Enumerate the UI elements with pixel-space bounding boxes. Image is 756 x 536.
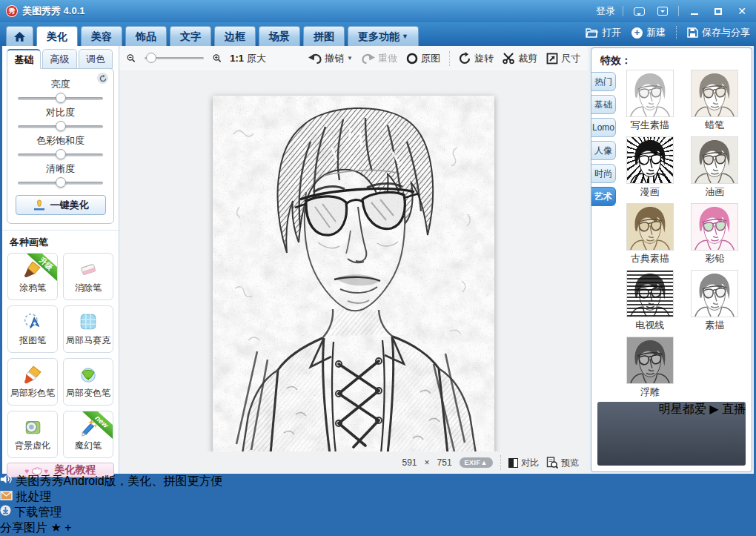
- eraser-pen-button[interactable]: 消除笔: [63, 253, 113, 300]
- category-portrait[interactable]: 人像: [591, 141, 616, 160]
- close-button[interactable]: ✕: [734, 4, 750, 18]
- local-color-pen-button[interactable]: 局部彩色笔: [7, 358, 58, 406]
- crop-button[interactable]: 裁剪: [503, 52, 537, 65]
- minimize-button[interactable]: [686, 4, 703, 18]
- compare-button[interactable]: 对比: [508, 457, 539, 469]
- adjust-box: 亮度 对比度 色彩饱和度 清晰度 一键美化: [7, 68, 114, 224]
- resize-button[interactable]: 尺寸: [546, 52, 580, 65]
- ad-text-2: 直播: [722, 403, 746, 415]
- redo-button[interactable]: 重做: [362, 52, 397, 65]
- tab-basic-adjust[interactable]: 基础: [7, 49, 41, 69]
- login-link[interactable]: 登录: [596, 4, 615, 18]
- tab-collage[interactable]: 拼图: [303, 26, 345, 46]
- reset-button[interactable]: [97, 73, 108, 84]
- share-images-button[interactable]: 分享图片: [0, 521, 47, 534]
- mosaic-icon: [79, 312, 98, 331]
- qzone-icon[interactable]: ★: [50, 521, 61, 534]
- saturation-slider[interactable]: [18, 153, 103, 156]
- magic-pen-button[interactable]: new 魔幻笔: [63, 411, 113, 458]
- effect-emboss[interactable]: 浮雕: [627, 337, 673, 399]
- contrast-slider[interactable]: [18, 125, 103, 128]
- zoom-slider-thumb[interactable]: [146, 53, 156, 63]
- skin-menu-button[interactable]: [654, 4, 671, 18]
- local-recolor-pen-button[interactable]: 局部变色笔: [63, 358, 113, 406]
- new-button[interactable]: + 新建: [631, 26, 666, 39]
- rotate-icon: [459, 52, 471, 64]
- preview-button[interactable]: 预览: [546, 457, 579, 469]
- preview-icon: [546, 457, 558, 469]
- save-share-button[interactable]: 保存与分享: [687, 26, 750, 39]
- open-button[interactable]: 打开: [586, 26, 621, 39]
- category-hot[interactable]: 热门: [591, 72, 616, 91]
- maximize-button[interactable]: [710, 4, 726, 18]
- separator: [676, 26, 677, 39]
- category-art[interactable]: 艺术: [591, 187, 616, 206]
- show-original-button[interactable]: 原图: [406, 52, 440, 65]
- sharpness-label: 清晰度: [7, 162, 113, 176]
- category-basic[interactable]: 基础: [591, 95, 616, 114]
- exif-badge[interactable]: EXIF▲: [460, 457, 493, 468]
- rotate-button[interactable]: 旋转: [459, 52, 494, 65]
- category-lomo[interactable]: Lomo: [591, 118, 616, 137]
- tab-home[interactable]: [6, 26, 33, 46]
- cutout-pen-button[interactable]: 抠图笔: [7, 305, 58, 353]
- download-manager-button[interactable]: 下载管理: [0, 505, 756, 520]
- effect-thumb: [627, 204, 673, 250]
- separator: [500, 455, 501, 470]
- zoom-in-icon[interactable]: [213, 52, 222, 64]
- sharpness-slider[interactable]: [18, 182, 103, 185]
- tab-cosmetology[interactable]: 美容: [81, 26, 122, 46]
- effect-sketch-drawing[interactable]: 写生素描: [627, 70, 673, 132]
- effect-sketch[interactable]: 素描: [692, 271, 737, 332]
- tab-beautify[interactable]: 美化: [36, 26, 78, 46]
- brightness-slider[interactable]: [18, 97, 103, 100]
- app-title: 美图秀秀 4.0.1: [22, 4, 85, 18]
- slider-thumb[interactable]: [56, 93, 66, 103]
- category-fashion[interactable]: 时尚: [591, 164, 616, 183]
- effect-color-pencil[interactable]: 彩铅: [692, 204, 737, 265]
- original-circle-icon: [406, 53, 418, 64]
- edited-photo[interactable]: [213, 96, 494, 454]
- feedback-button[interactable]: [631, 4, 647, 18]
- contrast-label: 对比度: [7, 106, 113, 119]
- background-blur-button[interactable]: 背景虚化: [7, 411, 58, 458]
- slider-thumb[interactable]: [56, 177, 66, 188]
- actual-size-button[interactable]: 1:1 原大: [230, 52, 266, 65]
- undo-button[interactable]: 撤销 ▼: [308, 52, 353, 65]
- tab-more-features[interactable]: 更多功能▼: [348, 26, 419, 46]
- zoom-slider[interactable]: [145, 57, 204, 59]
- tab-text[interactable]: 文字: [170, 26, 211, 46]
- undo-dropdown-arrow[interactable]: ▼: [347, 55, 353, 62]
- chevron-down-icon: ▼: [402, 33, 408, 40]
- effect-classic-sketch[interactable]: 古典素描: [627, 204, 673, 265]
- tab-tone-adjust[interactable]: 调色: [79, 49, 113, 69]
- promo-message[interactable]: 美图秀秀Android版，美化、拼图更方便: [16, 474, 222, 487]
- menu-bar: 美化 美容 饰品 文字 边框 场景 拼图 更多功能▼ 打开 + 新建 保存与分享: [0, 22, 756, 46]
- slider-thumb[interactable]: [56, 121, 66, 131]
- effect-crayon[interactable]: 蜡笔: [692, 70, 737, 132]
- redo-icon: [362, 53, 375, 64]
- effect-tv-lines[interactable]: 电视线: [627, 271, 673, 332]
- tab-accessories[interactable]: 饰品: [125, 26, 167, 46]
- add-share-target-icon[interactable]: +: [64, 521, 71, 534]
- ad-text: 明星都爱: [659, 403, 706, 415]
- plus-circle-icon: +: [631, 27, 643, 39]
- effect-comic[interactable]: 漫画: [627, 137, 673, 199]
- tab-frame[interactable]: 边框: [214, 26, 256, 46]
- image-width: 591: [402, 457, 417, 468]
- tab-advanced-adjust[interactable]: 高级: [42, 49, 76, 69]
- minimize-icon: [691, 13, 698, 15]
- effect-oil-painting[interactable]: 油画: [692, 137, 737, 199]
- tab-scene[interactable]: 场景: [259, 26, 300, 46]
- batch-process-button[interactable]: 批处理: [0, 489, 756, 505]
- separator: [678, 6, 679, 16]
- zoom-out-icon[interactable]: [127, 52, 136, 64]
- one-key-beautify-button[interactable]: 一键美化: [16, 195, 106, 215]
- ad-banner[interactable]: 明星都爱 ▶ 直播: [597, 402, 746, 466]
- doodle-pen-button[interactable]: 升级 涂鸦笔: [7, 253, 58, 300]
- local-mosaic-button[interactable]: 局部马赛克: [63, 305, 113, 353]
- effect-thumb: [627, 137, 673, 183]
- effects-title: 特效：: [591, 48, 752, 69]
- slider-thumb[interactable]: [56, 149, 66, 159]
- effects-grid: 写生素描 蜡笔 漫画 油画: [616, 69, 752, 397]
